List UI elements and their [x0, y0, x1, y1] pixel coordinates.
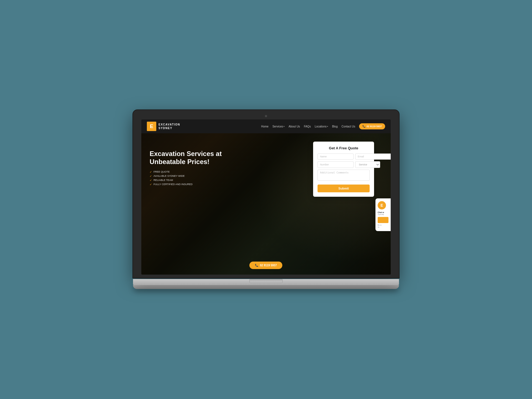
laptop-bottom	[133, 285, 399, 289]
chevron-down-icon: ▾	[327, 125, 328, 128]
chat-widget[interactable]: E Chat w Typically By coTo	[375, 198, 391, 231]
website-content: E EXCAVATION SYDNEY Home Services ▾	[141, 119, 391, 275]
phone-icon: 📞	[362, 125, 365, 128]
laptop-screen: E EXCAVATION SYDNEY Home Services ▾	[141, 119, 391, 275]
check-icon: ✓	[150, 175, 152, 178]
comments-textarea[interactable]	[318, 170, 370, 181]
phone-input[interactable]	[318, 161, 354, 168]
call-button-bottom[interactable]: 📞 02 9119 5937	[249, 262, 282, 269]
nav-about[interactable]: About Us	[288, 125, 300, 128]
name-input[interactable]	[318, 154, 354, 160]
chat-action-bar[interactable]	[378, 217, 388, 223]
quote-form: Get A Free Quote Service Excavation Demo…	[313, 142, 374, 197]
list-item: ✓ FULLY CERTIFIED AND INSURED	[150, 183, 245, 186]
logo-icon: E	[147, 122, 156, 131]
service-select[interactable]: Service Excavation Demolition Landscapin…	[355, 161, 380, 168]
check-icon: ✓	[150, 170, 152, 173]
hero-features-list: ✓ FREE QUOTE ✓ AVAILABLE SYDNEY WIDE ✓ R…	[150, 170, 245, 186]
nav-blog[interactable]: Blog	[332, 125, 337, 128]
name-email-row	[318, 154, 370, 160]
number-service-row: Service Excavation Demolition Landscapin…	[318, 161, 370, 168]
laptop-camera	[265, 115, 267, 117]
quote-form-title: Get A Free Quote	[318, 146, 370, 150]
chat-small-text: By coTo	[378, 224, 388, 228]
list-item: ✓ FREE QUOTE	[150, 170, 245, 173]
chat-title: Chat w	[378, 211, 388, 214]
list-item: ✓ AVAILABLE SYDNEY WIDE	[150, 175, 245, 178]
laptop-base	[133, 279, 399, 285]
chat-subtitle: Typically	[378, 214, 388, 215]
hero-section: Excavation Services at Unbeatable Prices…	[141, 133, 391, 275]
chat-icon: E	[378, 201, 386, 209]
hero-title: Excavation Services at Unbeatable Prices…	[150, 150, 245, 166]
logo-area[interactable]: E EXCAVATION SYDNEY	[147, 122, 180, 131]
list-item: ✓ RELIABLE TEAM	[150, 179, 245, 182]
hero-content: Excavation Services at Unbeatable Prices…	[141, 133, 254, 193]
navbar: E EXCAVATION SYDNEY Home Services ▾	[141, 119, 391, 133]
screen-bezel: E EXCAVATION SYDNEY Home Services ▾	[133, 110, 399, 278]
nav-contact[interactable]: Contact Us	[341, 125, 355, 128]
nav-home[interactable]: Home	[261, 125, 268, 128]
email-input[interactable]	[355, 154, 391, 160]
phone-icon: 📞	[255, 264, 258, 267]
phone-button[interactable]: 📞 02 9119 5937	[359, 123, 385, 129]
logo-text: EXCAVATION SYDNEY	[158, 123, 180, 130]
nav-faqs[interactable]: FAQs	[304, 125, 311, 128]
nav-links: Home Services ▾ About Us FAQs	[261, 123, 385, 129]
check-icon: ✓	[150, 183, 152, 186]
check-icon: ✓	[150, 179, 152, 182]
nav-locations[interactable]: Locations ▾	[315, 125, 328, 128]
nav-services[interactable]: Services ▾	[272, 125, 285, 128]
laptop-frame: E EXCAVATION SYDNEY Home Services ▾	[133, 110, 399, 289]
chevron-down-icon: ▾	[283, 125, 285, 128]
laptop-touchpad	[249, 279, 283, 283]
submit-button[interactable]: Submit	[318, 185, 370, 192]
